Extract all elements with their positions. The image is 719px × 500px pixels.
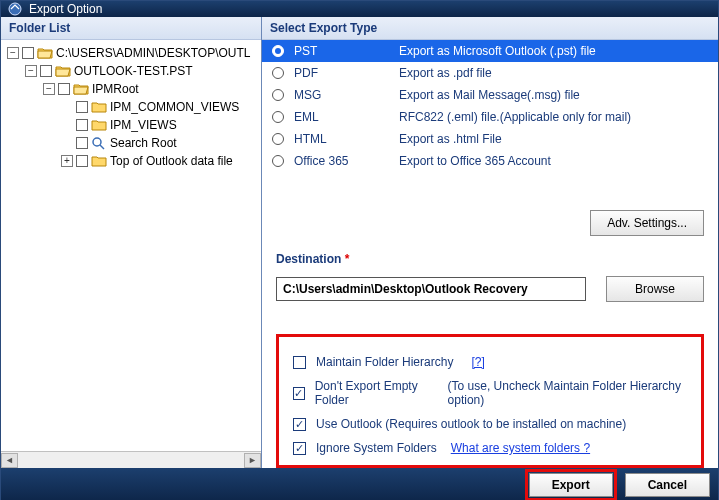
export-type-office365[interactable]: Office 365 Export to Office 365 Account [262,150,718,172]
checkbox[interactable] [293,356,306,369]
option-ignore-system-folders[interactable]: Ignore System Folders What are system fo… [293,441,687,455]
tree-node-ipmroot[interactable]: − IPMRoot [43,80,261,98]
radio-icon[interactable] [272,155,284,167]
tree-checkbox[interactable] [40,65,52,77]
tree-node-search[interactable]: Search Root [61,134,261,152]
adv-settings-button[interactable]: Adv. Settings... [590,210,704,236]
tree-node-root[interactable]: − C:\USERS\ADMIN\DESKTOP\OUTL [7,44,261,62]
expander-spacer [61,137,73,149]
export-type-name: PDF [294,66,399,80]
tree-label: Top of Outlook data file [110,154,233,168]
destination-label-text: Destination [276,252,341,266]
scroll-left-arrow-icon[interactable]: ◄ [1,453,18,468]
folder-open-icon [55,64,71,78]
export-type-desc: Export as .pdf file [399,66,708,80]
folder-tree[interactable]: − C:\USERS\ADMIN\DESKTOP\OUTL − [1,40,261,451]
tree-node-views[interactable]: IPM_VIEWS [61,116,261,134]
browse-button[interactable]: Browse [606,276,704,302]
tree-label: IPMRoot [92,82,139,96]
help-link[interactable]: [?] [471,355,484,369]
option-label: Ignore System Folders [316,441,437,455]
required-indicator: * [345,252,350,266]
option-no-empty-folder[interactable]: Don't Export Empty Folder (To use, Unche… [293,379,687,407]
option-use-outlook[interactable]: Use Outlook (Requires outlook to be inst… [293,417,687,431]
tree-checkbox[interactable] [22,47,34,59]
export-type-msg[interactable]: MSG Export as Mail Message(.msg) file [262,84,718,106]
tree-node-top[interactable]: + Top of Outlook data file [61,152,261,170]
tree-checkbox[interactable] [76,155,88,167]
export-type-desc: Export to Office 365 Account [399,154,708,168]
svg-line-2 [100,145,104,149]
export-type-name: PST [294,44,399,58]
export-type-desc: Export as Mail Message(.msg) file [399,88,708,102]
export-button[interactable]: Export [529,473,613,497]
radio-icon[interactable] [272,67,284,79]
checkbox[interactable] [293,418,306,431]
option-hint: (To use, Uncheck Maintain Folder Hierarc… [448,379,687,407]
export-type-pdf[interactable]: PDF Export as .pdf file [262,62,718,84]
export-type-header: Select Export Type [262,17,718,40]
app-icon [7,1,23,17]
export-option-window: Export Option Folder List − [0,0,719,500]
scroll-right-arrow-icon[interactable]: ► [244,453,261,468]
expander-icon[interactable]: − [7,47,19,59]
export-type-desc: RFC822 (.eml) file.(Applicable only for … [399,110,708,124]
folder-icon [91,100,107,114]
expander-icon[interactable]: − [25,65,37,77]
checkbox[interactable] [293,442,306,455]
tree-label: Search Root [110,136,177,150]
expander-icon[interactable]: + [61,155,73,167]
export-type-pst[interactable]: PST Export as Microsoft Outlook (.pst) f… [262,40,718,62]
search-icon [91,136,107,150]
right-body: Adv. Settings... Destination * Browse Ma… [262,172,718,468]
footer-bar: Export Cancel [1,468,718,500]
expander-icon[interactable]: − [43,83,55,95]
folder-list-pane: Folder List − C:\USERS\ADMIN\DESKTOP\OUT… [1,17,262,468]
destination-input[interactable] [276,277,586,301]
tree-label: OUTLOOK-TEST.PST [74,64,193,78]
export-type-pane: Select Export Type PST Export as Microso… [262,17,718,468]
option-label: Don't Export Empty Folder [315,379,438,407]
option-maintain-hierarchy[interactable]: Maintain Folder Hierarchy [?] [293,355,687,369]
export-type-name: EML [294,110,399,124]
folder-list-header: Folder List [1,17,261,40]
checkbox[interactable] [293,387,305,400]
content-area: Folder List − C:\USERS\ADMIN\DESKTOP\OUT… [1,17,718,500]
options-group: Maintain Folder Hierarchy [?] Don't Expo… [276,334,704,468]
expander-spacer [61,119,73,131]
export-type-desc: Export as Microsoft Outlook (.pst) file [399,44,708,58]
option-label: Maintain Folder Hierarchy [316,355,453,369]
panes: Folder List − C:\USERS\ADMIN\DESKTOP\OUT… [1,17,718,468]
tree-label: IPM_VIEWS [110,118,177,132]
radio-icon[interactable] [272,111,284,123]
svg-point-1 [93,138,101,146]
tree-checkbox[interactable] [58,83,70,95]
tree-checkbox[interactable] [76,137,88,149]
window-title: Export Option [29,2,102,16]
tree-checkbox[interactable] [76,119,88,131]
export-type-html[interactable]: HTML Export as .html File [262,128,718,150]
export-type-name: MSG [294,88,399,102]
horizontal-scrollbar[interactable]: ◄ ► [1,451,261,468]
export-type-desc: Export as .html File [399,132,708,146]
radio-icon[interactable] [272,45,284,57]
radio-icon[interactable] [272,89,284,101]
export-type-name: HTML [294,132,399,146]
cancel-button[interactable]: Cancel [625,473,710,497]
tree-node-common[interactable]: IPM_COMMON_VIEWS [61,98,261,116]
export-type-eml[interactable]: EML RFC822 (.eml) file.(Applicable only … [262,106,718,128]
folder-open-icon [73,82,89,96]
tree-label: IPM_COMMON_VIEWS [110,100,239,114]
system-folders-link[interactable]: What are system folders ? [451,441,590,455]
tree-label: C:\USERS\ADMIN\DESKTOP\OUTL [56,46,250,60]
tree-node-pst[interactable]: − OUTLOOK-TEST.PST [25,62,261,80]
export-type-list: PST Export as Microsoft Outlook (.pst) f… [262,40,718,172]
export-button-highlight: Export [525,469,617,500]
tree-checkbox[interactable] [76,101,88,113]
folder-icon [91,154,107,168]
titlebar: Export Option [1,1,718,17]
folder-open-icon [37,46,53,60]
radio-icon[interactable] [272,133,284,145]
folder-icon [91,118,107,132]
export-type-name: Office 365 [294,154,399,168]
